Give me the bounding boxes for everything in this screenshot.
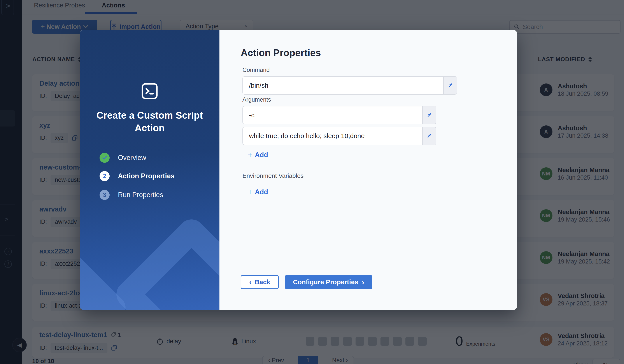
- argument-field: [242, 127, 436, 145]
- add-label: Add: [255, 188, 268, 196]
- step-label: Run Properties: [118, 191, 163, 199]
- command-input[interactable]: [243, 77, 443, 94]
- watermark-shape: [80, 249, 130, 310]
- pin-icon: [447, 82, 453, 89]
- chevron-right-icon: ›: [362, 278, 364, 286]
- argument-input-2[interactable]: [243, 127, 422, 145]
- back-button[interactable]: ‹ Back: [241, 275, 279, 289]
- pin-button[interactable]: [422, 127, 436, 145]
- pin-button[interactable]: [422, 106, 436, 124]
- argument-field: [242, 106, 436, 124]
- wizard-title: Create a Custom Script Action: [95, 109, 204, 134]
- arguments-label: Arguments: [242, 96, 271, 103]
- step-label: Overview: [118, 154, 146, 162]
- wizard-step-run-properties[interactable]: 3 Run Properties: [100, 190, 163, 200]
- back-label: Back: [255, 278, 270, 286]
- add-env-variable-button[interactable]: + Add: [248, 188, 268, 196]
- configure-properties-button[interactable]: Configure Properties ›: [285, 275, 372, 289]
- step-done-check-icon: [100, 153, 110, 163]
- command-label: Command: [242, 67, 270, 73]
- step-number: 2: [100, 171, 110, 181]
- wizard-step-overview[interactable]: Overview: [100, 153, 146, 163]
- step-number: 3: [100, 190, 110, 200]
- wizard-step-action-properties[interactable]: 2 Action Properties: [100, 171, 174, 181]
- configure-properties-label: Configure Properties: [293, 278, 358, 286]
- plus-icon: +: [248, 151, 252, 159]
- argument-input-1[interactable]: [243, 106, 422, 124]
- command-field: [242, 76, 457, 95]
- add-label: Add: [255, 151, 268, 159]
- watermark-shape: [111, 214, 219, 310]
- pin-icon: [426, 112, 432, 118]
- create-action-modal: Create a Custom Script Action Overview 2…: [80, 30, 517, 310]
- step-label: Action Properties: [118, 172, 174, 180]
- plus-icon: +: [248, 188, 252, 196]
- panel-heading: Action Properties: [241, 47, 321, 58]
- chevron-left-icon: ‹: [249, 278, 251, 286]
- wizard-sidebar: Create a Custom Script Action Overview 2…: [80, 30, 219, 310]
- terminal-icon: [140, 82, 159, 100]
- modal-form-panel: × Action Properties Command Arguments: [219, 30, 517, 310]
- add-argument-button[interactable]: + Add: [248, 151, 268, 159]
- pin-button[interactable]: [443, 77, 457, 94]
- pin-icon: [426, 133, 432, 139]
- env-variables-label: Environment Variables: [242, 172, 304, 179]
- app-root: > > i i ◀ Resilience Probes Actions + Ne…: [0, 0, 624, 364]
